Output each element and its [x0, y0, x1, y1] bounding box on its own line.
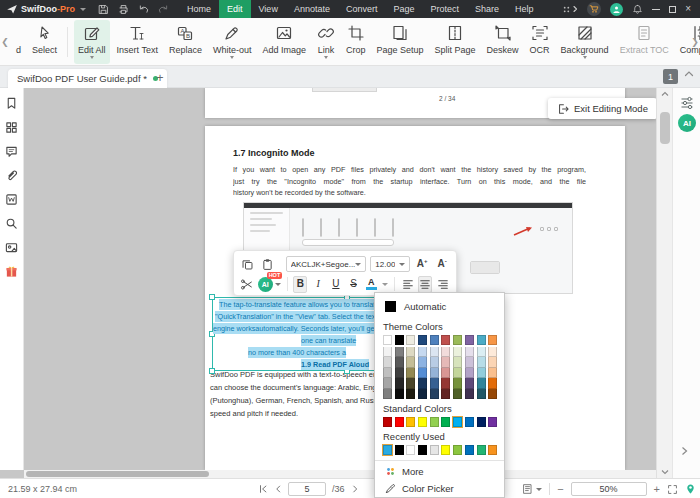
bold-button[interactable]: B	[293, 276, 307, 293]
color-swatch[interactable]	[477, 368, 486, 378]
toolbar-item-hand-partial[interactable]: d	[12, 20, 25, 64]
color-swatch[interactable]	[406, 378, 415, 388]
zoom-out-button[interactable]: −	[557, 484, 563, 495]
color-picker-item[interactable]: Color Picker	[383, 480, 496, 497]
fullscreen-icon[interactable]	[667, 484, 678, 495]
color-swatch[interactable]	[406, 357, 415, 367]
color-swatch[interactable]	[441, 368, 450, 378]
color-swatch[interactable]	[488, 368, 497, 378]
toolbar-item-white-out[interactable]: White-out	[209, 20, 256, 64]
color-swatch[interactable]	[430, 335, 439, 345]
color-swatch[interactable]	[383, 417, 392, 427]
toolbar-item-add-image[interactable]: Add Image	[258, 20, 310, 64]
color-swatch[interactable]	[465, 335, 474, 345]
color-swatch[interactable]	[441, 445, 450, 455]
color-swatch[interactable]	[453, 347, 462, 357]
color-swatch[interactable]	[465, 417, 474, 427]
account-button[interactable]	[610, 3, 623, 16]
underline-button[interactable]: U	[329, 276, 343, 293]
color-swatch[interactable]	[418, 347, 427, 357]
color-swatch[interactable]	[430, 378, 439, 388]
toolbar-scroll-right[interactable]: ❯	[690, 32, 700, 52]
word-convert-button[interactable]	[4, 192, 20, 206]
color-swatch[interactable]	[418, 417, 427, 427]
color-swatch[interactable]	[477, 357, 486, 367]
toolbar-item-replace[interactable]: AB Replace	[165, 20, 206, 64]
color-swatch[interactable]	[488, 357, 497, 367]
menu-edit[interactable]: Edit	[219, 0, 251, 18]
color-swatch[interactable]	[395, 417, 404, 427]
color-swatch[interactable]	[488, 335, 497, 345]
horizontal-scrollbar[interactable]	[24, 470, 656, 478]
color-swatch[interactable]	[441, 389, 450, 399]
color-swatch[interactable]	[430, 357, 439, 367]
color-swatch[interactable]	[465, 347, 474, 357]
color-swatch[interactable]	[465, 357, 474, 367]
toolbar-item-insert-text[interactable]: Insert Text	[113, 20, 162, 64]
color-swatch[interactable]	[395, 445, 404, 455]
color-swatch[interactable]	[418, 357, 427, 367]
color-swatch[interactable]	[395, 368, 404, 378]
page-layout-button[interactable]	[522, 483, 542, 495]
properties-panel-button[interactable]	[679, 95, 695, 111]
page-panel-badge[interactable]: 1	[663, 69, 678, 84]
color-swatch[interactable]	[477, 335, 486, 345]
color-swatch[interactable]	[395, 389, 404, 399]
color-swatch[interactable]	[430, 417, 439, 427]
collapse-toolbar-button[interactable]	[684, 70, 694, 77]
toolbar-item-crop[interactable]: Crop	[342, 20, 370, 64]
next-page-icon[interactable]	[351, 484, 359, 494]
zoom-in-button[interactable]: +	[654, 484, 660, 495]
color-swatch[interactable]	[477, 389, 486, 399]
exit-editing-mode-button[interactable]: Exit Editing Mode	[548, 98, 656, 119]
color-swatch[interactable]	[477, 378, 486, 388]
color-swatch[interactable]	[441, 335, 450, 345]
snapshot-button[interactable]	[4, 240, 20, 254]
toolbar-item-link[interactable]: Link	[313, 20, 339, 64]
color-swatch[interactable]	[418, 368, 427, 378]
color-swatch[interactable]	[418, 389, 427, 399]
color-swatch[interactable]	[488, 347, 497, 357]
app-logo[interactable]: SwifDoo-Pro	[0, 3, 92, 15]
color-swatch[interactable]	[453, 417, 462, 427]
color-swatch[interactable]	[395, 347, 404, 357]
menu-protect[interactable]: Protect	[422, 0, 467, 18]
color-swatch[interactable]	[383, 445, 392, 455]
color-swatch[interactable]	[453, 389, 462, 399]
color-swatch[interactable]	[430, 445, 439, 455]
automatic-color-item[interactable]: Automatic	[383, 298, 496, 317]
color-swatch[interactable]	[441, 347, 450, 357]
more-colors-item[interactable]: More	[383, 463, 496, 480]
location-pin-icon[interactable]	[685, 483, 696, 495]
promotions-button[interactable]	[4, 264, 20, 278]
color-swatch[interactable]	[453, 378, 462, 388]
color-swatch[interactable]	[406, 389, 415, 399]
decrease-font-button[interactable]: A-	[434, 256, 450, 273]
notification-bell-icon[interactable]	[632, 4, 643, 15]
scroll-up-icon[interactable]	[661, 91, 669, 97]
color-swatch[interactable]	[441, 417, 450, 427]
toolbar-scroll-left[interactable]: ❮	[0, 32, 10, 52]
color-swatch[interactable]	[477, 347, 486, 357]
new-tab-button[interactable]: +	[152, 70, 168, 86]
toolbar-item-deskew[interactable]: Deskew	[483, 20, 523, 64]
font-color-button[interactable]: A	[364, 276, 378, 293]
color-swatch[interactable]	[453, 335, 462, 345]
color-swatch[interactable]	[488, 445, 497, 455]
color-swatch[interactable]	[383, 368, 392, 378]
ai-assistant-button[interactable]: AI HOT	[258, 277, 281, 292]
color-swatch[interactable]	[441, 378, 450, 388]
font-color-dropdown-caret[interactable]	[382, 283, 388, 286]
align-center-button[interactable]	[418, 276, 432, 293]
expand-panel-button[interactable]	[681, 446, 688, 456]
menu-view[interactable]: View	[251, 0, 286, 18]
toolbar-item-edit-all[interactable]: Edit All	[74, 20, 110, 64]
store-cart-button[interactable]	[587, 2, 601, 16]
italic-button[interactable]: I	[311, 276, 325, 293]
color-swatch[interactable]	[406, 445, 415, 455]
color-swatch[interactable]	[488, 378, 497, 388]
color-swatch[interactable]	[383, 347, 392, 357]
color-swatch[interactable]	[453, 445, 462, 455]
color-swatch[interactable]	[383, 389, 392, 399]
menu-page[interactable]: Page	[385, 0, 422, 18]
